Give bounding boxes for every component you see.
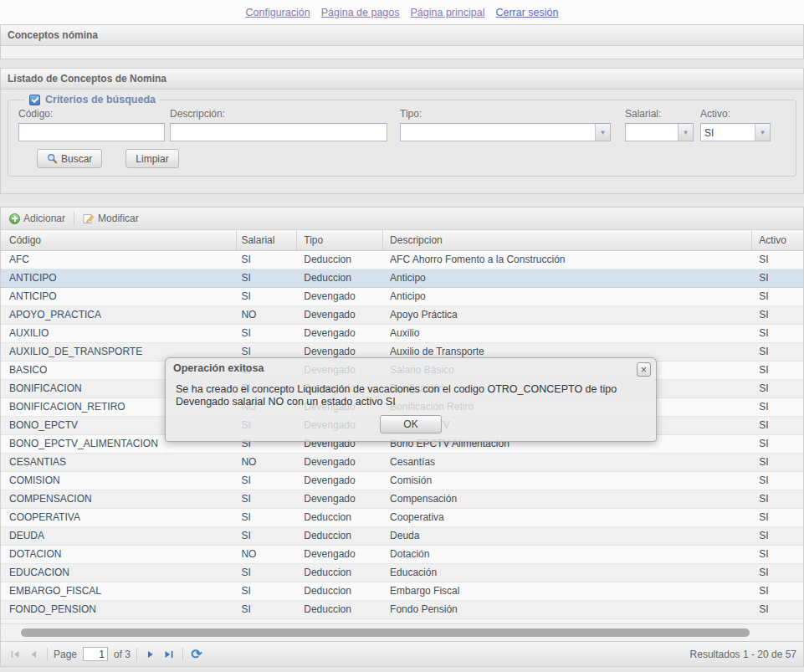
salarial-label: Salarial:	[625, 108, 694, 120]
cell-activo: SI	[752, 306, 803, 324]
search-criteria-fieldset: Criterios de búsqueda Código: Descripció…	[8, 94, 796, 177]
grid-toolbar: Adicionar Modificar	[1, 208, 803, 230]
cell-activo: SI	[752, 269, 803, 287]
cell-descripcion: AFC Ahorro Fomento a la Construcción	[383, 251, 752, 269]
criteria-legend-label: Criterios de búsqueda	[45, 94, 156, 105]
cell-salarial: SI	[237, 472, 297, 490]
cell-activo: SI	[752, 509, 803, 526]
chevron-down-icon[interactable]: ▾	[755, 124, 770, 141]
cell-tipo: Deduccion	[297, 509, 383, 526]
cell-activo: SI	[752, 362, 803, 379]
cell-tipo: Deduccion	[297, 251, 383, 269]
modificar-button[interactable]: Modificar	[79, 211, 142, 226]
cell-activo: SI	[752, 288, 803, 305]
nav-link-pagina-de-pagos[interactable]: Página de pagos	[321, 7, 400, 18]
column-header-tipo[interactable]: Tipo	[297, 230, 383, 250]
activo-combobox[interactable]: SI ▾	[700, 123, 771, 141]
table-row[interactable]: FONDO_PENSION SI Deduccion Fondo Pensión…	[1, 601, 803, 619]
nav-link-pagina-principal[interactable]: Página principal	[411, 7, 485, 18]
chevron-down-icon[interactable]: ▾	[595, 124, 610, 141]
cell-salarial: SI	[237, 325, 297, 342]
codigo-input[interactable]	[18, 123, 165, 141]
cell-salarial: SI	[237, 269, 297, 287]
cell-tipo: Devengado	[297, 325, 383, 342]
descripcion-field-group: Descripción:	[170, 105, 387, 141]
cell-codigo: ANTICIPO	[1, 288, 237, 305]
cell-codigo: AUXILIO	[1, 325, 237, 342]
codigo-label: Código:	[18, 108, 165, 120]
activo-combobox-value: SI	[701, 124, 755, 141]
table-row[interactable]: DOTACION NO Devengado Dotación SI	[1, 546, 803, 564]
refresh-icon: ⟳	[191, 648, 202, 661]
dialog-footer: OK	[166, 408, 656, 441]
column-header-salarial[interactable]: Salarial	[237, 230, 297, 250]
table-row[interactable]: AFC SI Deduccion AFC Ahorro Fomento a la…	[1, 251, 803, 269]
page-label: Page	[54, 649, 77, 660]
dialog-header[interactable]: Operación exitosa ×	[166, 358, 656, 378]
limpiar-button[interactable]: Limpiar	[125, 149, 178, 168]
cell-activo: SI	[752, 527, 803, 545]
salarial-field-group: Salarial: ▾	[625, 105, 694, 141]
buscar-button-label: Buscar	[61, 153, 92, 165]
table-row[interactable]: AUXILIO SI Devengado Auxilio SI	[1, 325, 803, 343]
table-row[interactable]: DEUDA SI Deduccion Deuda SI	[1, 527, 803, 546]
nav-link-cerrar-sesion[interactable]: Cerrar sesión	[495, 7, 558, 18]
cell-salarial: SI	[237, 582, 297, 600]
cell-activo: SI	[752, 601, 803, 618]
prev-page-button[interactable]	[26, 647, 41, 662]
table-row[interactable]: COOPERATIVA SI Deduccion Cooperativa SI	[1, 509, 803, 527]
criteria-toggle-checkbox[interactable]	[29, 95, 40, 105]
table-row[interactable]: EDUCACION SI Deduccion Educación SI	[1, 564, 803, 582]
close-icon[interactable]: ×	[637, 362, 651, 377]
cell-activo: SI	[752, 398, 803, 416]
table-row[interactable]: CESANTIAS NO Devengado Cesantías SI	[1, 454, 803, 472]
nav-link-configuracion[interactable]: Configuración	[246, 7, 310, 18]
cell-descripcion: Anticipo	[383, 269, 752, 287]
table-row[interactable]: EMBARGO_FISCAL SI Deduccion Embargo Fisc…	[1, 582, 803, 601]
modificar-button-label: Modificar	[98, 213, 139, 224]
table-row[interactable]: COMISION SI Devengado Comisión SI	[1, 472, 803, 490]
refresh-button[interactable]: ⟳	[189, 647, 204, 662]
paging-toolbar: Page of 3 ⟳ Resultados 1 - 20 de 57	[1, 641, 803, 666]
chevron-down-icon[interactable]: ▾	[678, 124, 693, 141]
cell-descripcion: Cooperativa	[383, 509, 752, 526]
next-page-icon	[145, 649, 156, 660]
next-page-button[interactable]	[143, 647, 158, 662]
descripcion-label: Descripción:	[170, 108, 387, 120]
horizontal-scrollbar-thumb[interactable]	[21, 628, 750, 637]
cell-codigo: EMBARGO_FISCAL	[1, 582, 237, 600]
tipo-combobox[interactable]: ▾	[400, 123, 611, 141]
cell-tipo: Devengado	[297, 454, 383, 471]
cell-codigo: DOTACION	[1, 546, 237, 563]
cell-salarial: NO	[237, 306, 297, 324]
descripcion-input[interactable]	[170, 123, 387, 141]
table-row[interactable]: APOYO_PRACTICA NO Devengado Apoyo Prácti…	[1, 306, 803, 325]
column-header-activo[interactable]: Activo	[752, 230, 803, 250]
page-number-input[interactable]	[83, 647, 108, 661]
salarial-combobox[interactable]: ▾	[625, 123, 694, 141]
column-header-codigo[interactable]: Código	[1, 230, 237, 250]
column-header-descripcion[interactable]: Descripcion	[383, 230, 752, 250]
activo-label: Activo:	[700, 108, 771, 120]
buscar-button[interactable]: Buscar	[37, 149, 102, 168]
table-row[interactable]: ANTICIPO SI Deduccion Anticipo SI	[1, 269, 803, 288]
dialog-title: Operación exitosa	[173, 362, 264, 374]
tipo-label: Tipo:	[400, 108, 611, 120]
cell-tipo: Devengado	[297, 306, 383, 324]
grid-header-row: Código Salarial Tipo Descripcion Activo	[1, 230, 803, 251]
cell-tipo: Devengado	[297, 546, 383, 563]
first-page-icon	[9, 649, 21, 660]
first-page-button[interactable]	[8, 647, 23, 662]
adicionar-button[interactable]: Adicionar	[6, 211, 69, 226]
table-row[interactable]: ANTICIPO SI Devengado Anticipo SI	[1, 288, 803, 306]
ok-button[interactable]: OK	[380, 415, 442, 433]
table-row[interactable]: COMPENSACION SI Devengado Compensación S…	[1, 490, 803, 509]
cell-codigo: COOPERATIVA	[1, 509, 237, 526]
success-dialog: Operación exitosa × Se ha creado el conc…	[165, 357, 657, 442]
last-page-button[interactable]	[161, 647, 177, 662]
tipo-combobox-value	[401, 124, 595, 141]
cell-activo: SI	[752, 582, 803, 600]
cell-codigo: COMISION	[1, 472, 237, 490]
page-of-label: of 3	[114, 649, 131, 660]
adicionar-button-label: Adicionar	[23, 213, 65, 224]
